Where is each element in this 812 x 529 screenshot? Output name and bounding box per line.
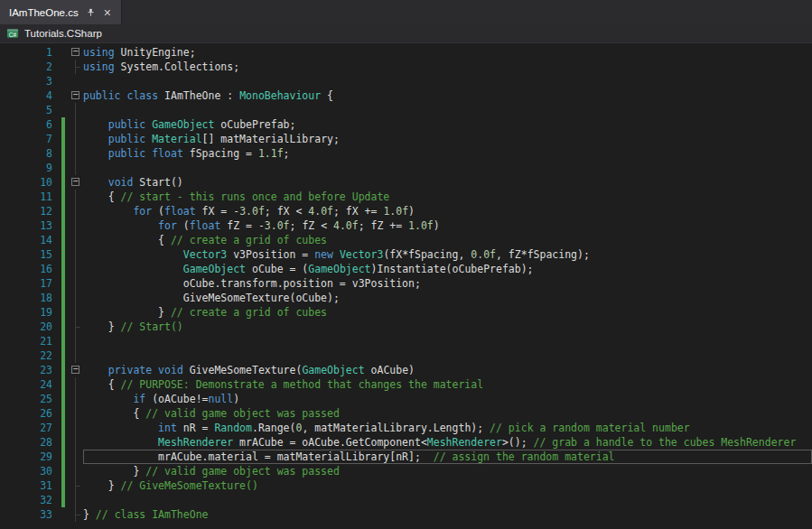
code-text[interactable]: int nR = Random.Range(0, matMaterialLibr…	[83, 421, 812, 435]
code-line[interactable]: 31 } // GiveMeSomeTexture()	[0, 478, 812, 493]
code-text[interactable]: if (oACube!=null)	[83, 392, 812, 406]
fold-margin	[69, 478, 83, 493]
code-text[interactable]: { // PURPOSE: Demonstrate a method that …	[83, 377, 812, 392]
code-line[interactable]: 7 public Material[] matMaterialLibrary;	[0, 132, 812, 146]
line-number: 3	[0, 74, 56, 88]
code-line[interactable]: 17 oCube.transform.position = v3Position…	[0, 276, 812, 291]
code-text[interactable]: public class IAmTheOne : MonoBehaviour {	[83, 88, 812, 103]
code-line[interactable]: 29 mrACube.material = matMaterialLibrary…	[0, 450, 812, 464]
code-text[interactable]: } // Start()	[83, 320, 812, 334]
code-line[interactable]: 16 GameObject oCube = (GameObject)Instan…	[0, 262, 812, 276]
code-text[interactable]: { // valid game object was passed	[83, 406, 812, 421]
fold-margin[interactable]: −	[69, 45, 83, 60]
change-tracking-bar	[56, 146, 69, 161]
fold-collapse-icon[interactable]: −	[71, 366, 79, 374]
line-number: 23	[0, 363, 56, 377]
code-text[interactable]	[83, 493, 812, 507]
fold-margin[interactable]: −	[69, 175, 83, 190]
fold-margin	[69, 233, 83, 247]
code-line[interactable]: 21	[0, 334, 812, 348]
code-line[interactable]: 3	[0, 74, 812, 88]
code-text[interactable]	[83, 348, 812, 363]
code-line[interactable]: 9	[0, 161, 812, 175]
code-line[interactable]: 2using System.Collections;	[0, 60, 812, 74]
change-tracking-bar	[56, 276, 69, 291]
code-line[interactable]: 32	[0, 493, 812, 507]
close-icon[interactable]: ×	[103, 6, 112, 19]
code-text[interactable]	[83, 161, 812, 175]
fold-collapse-icon[interactable]: −	[71, 178, 79, 186]
code-line[interactable]: 19 } // create a grid of cubes	[0, 305, 812, 320]
code-line[interactable]: 26 { // valid game object was passed	[0, 406, 812, 421]
fold-margin	[69, 377, 83, 392]
code-line[interactable]: 23− private void GiveMeSomeTexture(GameO…	[0, 363, 812, 377]
code-line[interactable]: 33} // class IAmTheOne	[0, 507, 812, 522]
code-line[interactable]: 15 Vector3 v3Position = new Vector3(fX*f…	[0, 247, 812, 262]
line-number: 16	[0, 262, 56, 276]
code-text[interactable]: MeshRenderer mrACube = oACube.GetCompone…	[83, 435, 812, 450]
change-tracking-bar	[56, 421, 69, 435]
fold-margin	[69, 305, 83, 320]
code-text[interactable]: } // create a grid of cubes	[83, 305, 812, 320]
fold-margin	[69, 247, 83, 262]
line-number: 15	[0, 247, 56, 262]
code-text[interactable]: public GameObject oCubePrefab;	[83, 117, 812, 132]
pin-icon[interactable]	[86, 7, 96, 18]
code-text[interactable]: { // create a grid of cubes	[83, 233, 812, 247]
code-line[interactable]: 25 if (oACube!=null)	[0, 392, 812, 406]
fold-margin	[69, 146, 83, 161]
fold-margin[interactable]: −	[69, 88, 83, 103]
fold-collapse-icon[interactable]: −	[71, 48, 79, 56]
code-line[interactable]: 28 MeshRenderer mrACube = oACube.GetComp…	[0, 435, 812, 450]
fold-margin	[69, 218, 83, 233]
code-line[interactable]: 11 { // start - this runs once and befor…	[0, 190, 812, 204]
code-editor[interactable]: 1−using UnityEngine;2using System.Collec…	[0, 43, 812, 529]
tab-iamtheone[interactable]: IAmTheOne.cs ×	[0, 0, 122, 24]
code-text[interactable]: private void GiveMeSomeTexture(GameObjec…	[83, 363, 812, 377]
code-line[interactable]: 24 { // PURPOSE: Demonstrate a method th…	[0, 377, 812, 392]
line-number: 33	[0, 507, 56, 522]
code-text[interactable]: for (float fZ = -3.0f; fZ < 4.0f; fZ += …	[83, 218, 812, 233]
code-text[interactable]	[83, 74, 812, 88]
code-text[interactable]: } // class IAmTheOne	[83, 507, 812, 522]
line-number: 1	[0, 45, 56, 60]
fold-margin	[69, 74, 83, 88]
line-number: 28	[0, 435, 56, 450]
code-text[interactable]	[83, 103, 812, 117]
code-text[interactable]: public float fSpacing = 1.1f;	[83, 146, 812, 161]
code-text[interactable]: } // GiveMeSomeTexture()	[83, 478, 812, 493]
fold-margin[interactable]: −	[69, 363, 83, 377]
code-text[interactable]: GameObject oCube = (GameObject)Instantia…	[83, 262, 812, 276]
code-line[interactable]: 13 for (float fZ = -3.0f; fZ < 4.0f; fZ …	[0, 218, 812, 233]
code-line[interactable]: 14 { // create a grid of cubes	[0, 233, 812, 247]
code-line[interactable]: 1−using UnityEngine;	[0, 45, 812, 60]
code-text[interactable]: GiveMeSomeTexture(oCube);	[83, 291, 812, 305]
code-line[interactable]: 18 GiveMeSomeTexture(oCube);	[0, 291, 812, 305]
code-text[interactable]: using System.Collections;	[83, 60, 812, 74]
project-dropdown[interactable]: Tutorials.CSharp	[24, 28, 102, 39]
code-line[interactable]: 10− void Start()	[0, 175, 812, 190]
code-text[interactable]: mrACube.material = matMaterialLibrary[nR…	[83, 450, 812, 464]
fold-margin	[69, 262, 83, 276]
code-text[interactable]: } // valid game object was passed	[83, 464, 812, 478]
code-text[interactable]: public Material[] matMaterialLibrary;	[83, 132, 812, 146]
code-text[interactable]: { // start - this runs once and before U…	[83, 190, 812, 204]
code-text[interactable]: using UnityEngine;	[83, 45, 812, 60]
code-text[interactable]: Vector3 v3Position = new Vector3(fX*fSpa…	[83, 247, 812, 262]
code-line[interactable]: 30 } // valid game object was passed	[0, 464, 812, 478]
code-line[interactable]: 20 } // Start()	[0, 320, 812, 334]
code-text[interactable]: oCube.transform.position = v3Position;	[83, 276, 812, 291]
code-text[interactable]	[83, 334, 812, 348]
change-tracking-bar	[56, 348, 69, 363]
code-line[interactable]: 6 public GameObject oCubePrefab;	[0, 117, 812, 132]
code-line[interactable]: 8 public float fSpacing = 1.1f;	[0, 146, 812, 161]
code-line[interactable]: 12 for (float fX = -3.0f; fX < 4.0f; fX …	[0, 204, 812, 218]
fold-collapse-icon[interactable]: −	[71, 91, 79, 99]
fold-margin	[69, 291, 83, 305]
code-line[interactable]: 4−public class IAmTheOne : MonoBehaviour…	[0, 88, 812, 103]
code-line[interactable]: 5	[0, 103, 812, 117]
code-text[interactable]: void Start()	[83, 175, 812, 190]
code-text[interactable]: for (float fX = -3.0f; fX < 4.0f; fX += …	[83, 204, 812, 218]
code-line[interactable]: 27 int nR = Random.Range(0, matMaterialL…	[0, 421, 812, 435]
code-line[interactable]: 22	[0, 348, 812, 363]
